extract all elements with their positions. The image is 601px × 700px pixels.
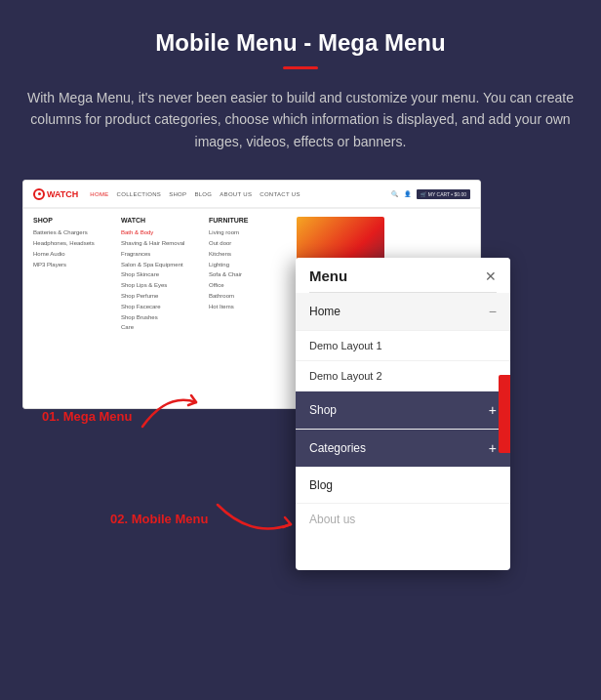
mega-col-furniture: FURNITURE Living room Out door Kitchens … [209, 217, 277, 335]
mega-item[interactable]: Lighting [209, 262, 277, 269]
mega-col-watch-title: WATCH [121, 217, 189, 224]
mega-item[interactable]: Shop Perfume [121, 293, 189, 301]
mega-item[interactable]: Headphones, Headsets [33, 240, 101, 248]
nav-home[interactable]: HOME [90, 191, 108, 197]
mega-item[interactable]: Out door [209, 240, 277, 248]
mobile-mockup: Menu ✕ Home − Demo Layout 1 Demo Layout … [296, 258, 510, 570]
mobile-item-demo1[interactable]: Demo Layout 1 [296, 331, 510, 361]
mobile-item-categories-label: Categories [309, 441, 366, 455]
nav-contact[interactable]: CONTACT US [260, 191, 300, 197]
red-bar [499, 375, 510, 453]
mega-item[interactable]: Home Audio [33, 251, 101, 259]
cart-button[interactable]: 🛒 MY CART • $0.00 [417, 189, 470, 199]
mega-item[interactable]: Shop Lips & Eyes [121, 282, 189, 290]
mobile-item-home-label: Home [309, 305, 341, 318]
close-icon[interactable]: ✕ [485, 268, 497, 284]
nav-right: 🔍 👤 🛒 MY CART • $0.00 [391, 189, 470, 199]
mega-item[interactable]: Shop Brushes [121, 314, 189, 322]
title-underline [283, 66, 318, 69]
shop-logo: WATCH [33, 188, 78, 200]
mobile-item-demo2[interactable]: Demo Layout 2 [296, 361, 510, 391]
mega-item[interactable]: Sofa & Chair [209, 271, 277, 279]
annotation-mega-menu: 01. Mega Menu [42, 409, 132, 424]
user-icon[interactable]: 👤 [404, 190, 411, 197]
annotation-mobile-menu: 02. Mobile Menu [110, 512, 208, 526]
mega-item[interactable]: Kitchens [209, 251, 277, 259]
categories-expand-icon: + [489, 440, 497, 456]
mobile-menu-title: Menu [309, 268, 347, 284]
mega-item[interactable]: Fragrances [121, 251, 189, 259]
shop-navbar: WATCH HOME COLLECTIONS SHOP BLOG ABOUT U… [23, 181, 480, 208]
mobile-item-blog[interactable]: Blog [296, 468, 510, 504]
mega-item[interactable]: Care [121, 324, 189, 332]
mobile-item-demo1-label: Demo Layout 1 [309, 340, 382, 351]
mobile-item-about-label: About us [309, 513, 355, 526]
mega-col-furniture-title: FURNITURE [209, 217, 277, 224]
mega-item[interactable]: Office [209, 282, 277, 290]
nav-collections[interactable]: COLLECTIONS [117, 191, 162, 197]
mega-item[interactable]: Shop Skincare [121, 271, 189, 279]
mega-item-highlighted[interactable]: Bath & Body [121, 229, 189, 237]
home-expand-icon: − [489, 304, 497, 319]
arrow-mega-menu [138, 388, 206, 435]
page-title: Mobile Menu - Mega Menu [155, 29, 445, 57]
nav-shop[interactable]: SHOP [169, 191, 186, 197]
mobile-item-about[interactable]: About us [296, 504, 510, 535]
mobile-item-home[interactable]: Home − [296, 293, 510, 331]
mobile-header: Menu ✕ [296, 258, 510, 292]
mega-item[interactable]: MP3 Players [33, 262, 101, 269]
arrow-mobile-menu [213, 490, 300, 548]
mega-item[interactable]: Shaving & Hair Removal [121, 240, 189, 248]
mega-item[interactable]: Salon & Spa Equipment [121, 262, 189, 269]
mega-col-shop-title: SHOP [33, 217, 101, 224]
page-description: With Mega Menu, it's never been easier t… [27, 87, 574, 152]
mobile-item-demo2-label: Demo Layout 2 [309, 370, 382, 382]
mega-col-watch: WATCH Bath & Body Shaving & Hair Removal… [121, 217, 189, 335]
mega-item[interactable]: Shop Facecare [121, 304, 189, 311]
mobile-item-shop-label: Shop [309, 403, 337, 417]
mega-item[interactable]: Batteries & Chargers [33, 229, 101, 237]
mega-item[interactable]: Hot Items [209, 304, 277, 311]
shop-expand-icon: + [489, 402, 497, 418]
mega-item[interactable]: Bathroom [209, 293, 277, 301]
mobile-item-blog-label: Blog [309, 478, 333, 492]
mega-col-shop: SHOP Batteries & Chargers Headphones, He… [33, 217, 101, 335]
logo-icon [33, 188, 45, 200]
nav-blog[interactable]: BLOG [194, 191, 212, 197]
nav-links: HOME COLLECTIONS SHOP BLOG ABOUT US CONT… [90, 191, 391, 197]
mockup-container: WATCH HOME COLLECTIONS SHOP BLOG ABOUT U… [22, 180, 579, 629]
mega-item[interactable]: Living room [209, 229, 277, 237]
mobile-item-categories[interactable]: Categories + [296, 430, 510, 468]
search-icon[interactable]: 🔍 [391, 190, 398, 197]
nav-about[interactable]: ABOUT US [220, 191, 252, 197]
mobile-item-shop[interactable]: Shop + [296, 391, 510, 430]
